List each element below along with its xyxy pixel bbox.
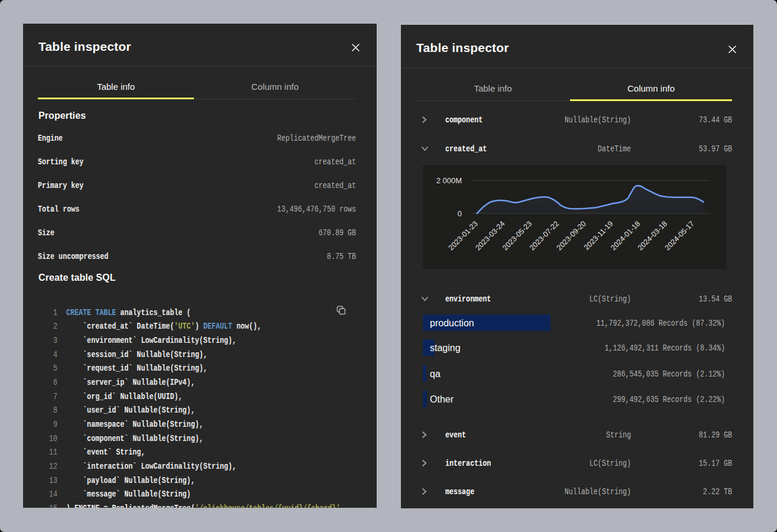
- svg-text:2023-09-20: 2023-09-20: [555, 219, 588, 252]
- svg-text:0: 0: [458, 209, 462, 218]
- svg-text:2024-05-17: 2024-05-17: [663, 219, 696, 252]
- svg-text:2 000M: 2 000M: [436, 176, 462, 185]
